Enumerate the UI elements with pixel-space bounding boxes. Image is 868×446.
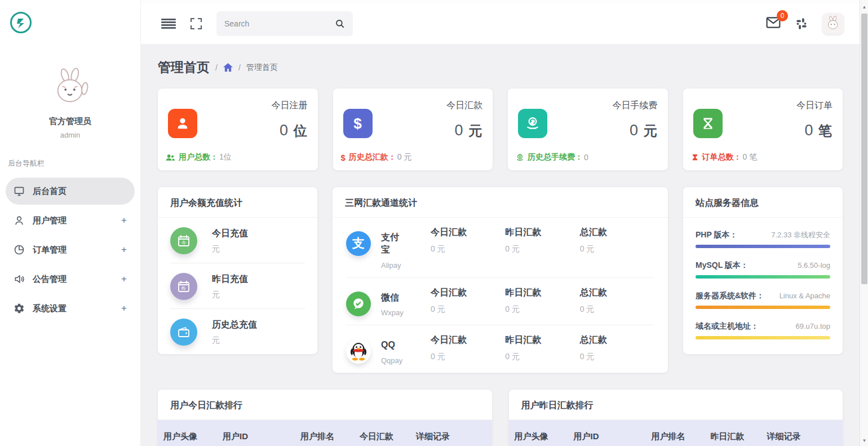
server-item-value: 69.u7u.top	[796, 322, 830, 330]
fullscreen-icon[interactable]	[191, 18, 202, 29]
qq-penguin-icon	[346, 339, 371, 364]
rabbit-avatar-small	[825, 16, 842, 32]
breadcrumb-current: 管理首页	[246, 63, 278, 73]
stat-label: 今日手续费	[613, 100, 658, 112]
channel-col-value: 0 元	[505, 244, 579, 254]
channel-row-alipay: 支 支付宝 Alipay 今日汇款0 元 昨日汇款0 元 总汇款0 元	[333, 218, 668, 278]
profile-username: admin	[0, 131, 140, 139]
sidebar-item-users[interactable]: 用户管理 +	[6, 207, 135, 234]
recharge-panel: 用户余额充值统计 今 今日充值 元 昨	[158, 187, 317, 354]
calendar-today-icon: 今	[170, 227, 197, 254]
search-input[interactable]	[224, 19, 335, 28]
channel-code: Qqpay	[381, 356, 406, 365]
recharge-row-total: 历史总充值 元	[170, 309, 305, 354]
apps-icon[interactable]	[794, 16, 809, 31]
channel-col-value: 0 元	[505, 352, 579, 362]
stat-footer: 历史总手续费： 0	[516, 152, 588, 162]
deposit-small-icon	[516, 153, 524, 162]
recharge-label: 今日充值	[212, 228, 248, 240]
stat-footer-value: 0	[584, 153, 588, 162]
expand-plus-icon[interactable]: +	[121, 303, 127, 314]
breadcrumb-separator: /	[238, 63, 241, 72]
channel-col-label: 今日汇款	[431, 287, 505, 299]
today-remit-ranking-table: 用户今日汇款排行 用户头像 用户ID 用户排名 今日汇款 详细记录	[158, 390, 492, 446]
sidebar-item-label: 系统设置	[33, 303, 67, 314]
topbar-right: 0	[766, 13, 844, 34]
panel-title: 三网汇款通道统计	[345, 198, 417, 207]
search-icon[interactable]	[335, 19, 345, 29]
channel-col-label: 总汇款	[580, 227, 654, 239]
expand-plus-icon[interactable]: +	[121, 215, 127, 226]
channel-code: Alipay	[381, 261, 406, 270]
server-item-value: 5.6.50-log	[798, 261, 830, 270]
server-item-value: 7.2.33 非线程安全	[771, 230, 830, 240]
progress-bar	[696, 306, 830, 309]
alipay-icon: 支	[346, 231, 371, 256]
nav-section-label: 后台导航栏	[0, 139, 140, 175]
stat-card-register: 今日注册 0 位 用户总数： 1位	[158, 89, 318, 170]
column-header: 用户ID	[574, 431, 652, 442]
logo-row	[0, 0, 140, 45]
sidebar-profile: 官方管理员 admin	[0, 45, 140, 139]
recharge-value: 元	[212, 290, 248, 300]
stat-footer: $ 历史总汇款： 0 元	[341, 152, 412, 162]
column-header: 昨日汇款	[711, 431, 767, 442]
stat-card-fee: 今日手续费 0 元 历史总手续费： 0	[508, 89, 668, 170]
sidebar-item-orders[interactable]: 订单管理 +	[6, 236, 135, 263]
stat-value: 0 元	[446, 122, 482, 140]
hourglass-small-icon	[691, 153, 699, 161]
page-scrollbar[interactable]: ▲ ▼	[860, 0, 868, 446]
stat-footer: 订单总数： 0 笔	[691, 152, 758, 162]
profile-name: 官方管理员	[0, 116, 140, 127]
channel-col-label: 昨日汇款	[505, 334, 579, 346]
sidebar-item-label: 后台首页	[33, 186, 67, 197]
column-header: 用户ID	[223, 431, 300, 442]
column-header: 用户排名	[652, 431, 711, 442]
breadcrumb: 管理首页 / / 管理首页	[158, 59, 843, 76]
channel-col-label: 总汇款	[580, 334, 654, 346]
scrollbar-thumb[interactable]	[861, 14, 867, 284]
rabbit-avatar[interactable]	[48, 68, 92, 108]
table-title: 用户今日汇款排行	[170, 400, 242, 410]
hamburger-menu-icon[interactable]	[161, 19, 176, 29]
channel-name: QQ	[381, 339, 406, 351]
channel-col-value: 0 元	[580, 244, 654, 254]
server-item-domain: 域名或主机地址： 69.u7u.top	[696, 321, 830, 339]
svg-text:昨: 昨	[181, 286, 186, 291]
user-icon	[168, 109, 197, 138]
gear-icon	[14, 303, 25, 314]
column-header: 详细记录	[416, 431, 486, 442]
stat-value: 0 元	[613, 122, 658, 140]
home-icon[interactable]	[223, 63, 233, 72]
scroll-up-arrow[interactable]: ▲	[860, 2, 868, 11]
sidebar-item-settings[interactable]: 系统设置 +	[6, 295, 135, 322]
channel-col-value: 0 元	[580, 304, 654, 315]
recharge-value: 元	[212, 244, 248, 254]
sidebar-item-home[interactable]: 后台首页	[6, 178, 135, 205]
admin-app: 官方管理员 admin 后台导航栏 后台首页 用户管理 + 订单管理 +	[0, 0, 860, 446]
sidebar-item-label: 用户管理	[33, 215, 67, 226]
user-avatar-button[interactable]	[822, 13, 844, 34]
recharge-row-today: 今 今日充值 元	[170, 218, 305, 263]
channel-col-value: 0 元	[505, 304, 579, 315]
sidebar-item-announcements[interactable]: 公告管理 +	[6, 266, 135, 293]
scroll-down-arrow[interactable]: ▼	[860, 436, 868, 445]
stat-value: 0 位	[272, 122, 308, 140]
channel-name: 微信	[381, 292, 406, 304]
mail-badge: 0	[777, 10, 788, 21]
expand-plus-icon[interactable]: +	[121, 244, 127, 255]
search-box	[216, 11, 353, 36]
recharge-label: 昨日充值	[212, 273, 248, 285]
brand-logo[interactable]	[10, 12, 32, 33]
dollar-icon: $	[343, 109, 373, 138]
progress-bar	[696, 275, 830, 279]
server-info-panel: 站点服务器信息 PHP 版本： 7.2.33 非线程安全 MySQL 版本： 5…	[683, 187, 843, 354]
mail-button[interactable]: 0	[766, 16, 781, 31]
ranking-tables-row: 用户今日汇款排行 用户头像 用户ID 用户排名 今日汇款 详细记录	[158, 390, 843, 446]
channel-col-label: 昨日汇款	[505, 287, 579, 299]
calendar-yesterday-icon: 昨	[170, 273, 197, 300]
channel-name: 支付宝	[381, 231, 406, 257]
stat-footer-label: 订单总数：	[702, 152, 742, 162]
expand-plus-icon[interactable]: +	[121, 273, 127, 285]
stat-footer-value: 0 元	[397, 152, 412, 162]
